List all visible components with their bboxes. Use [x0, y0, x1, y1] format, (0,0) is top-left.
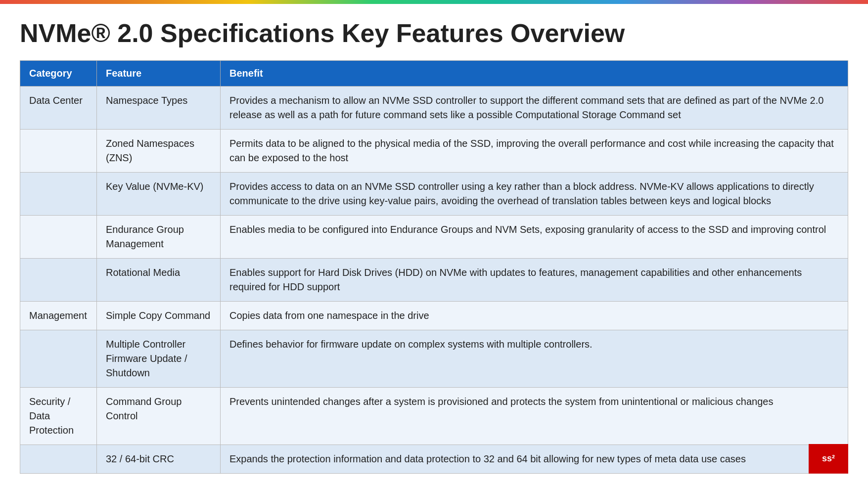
table-header-row: Category Feature Benefit	[20, 60, 848, 86]
table-row: 32 / 64-bit CRCExpands the protection in…	[20, 445, 848, 473]
rainbow-bar	[0, 0, 868, 4]
table-row: Endurance Group ManagementEnables media …	[20, 215, 848, 258]
cell-benefit: Provides a mechanism to allow an NVMe SS…	[221, 86, 848, 129]
cell-feature: Multiple Controller Firmware Update / Sh…	[97, 330, 221, 387]
cell-benefit: Prevents unintended changes after a syst…	[221, 387, 848, 445]
cell-category	[20, 215, 97, 258]
cell-feature: Rotational Media	[97, 258, 221, 301]
cell-category	[20, 330, 97, 387]
cell-feature: Endurance Group Management	[97, 215, 221, 258]
cell-feature: Simple Copy Command	[97, 301, 221, 330]
table-wrapper: Category Feature Benefit Data CenterName…	[20, 60, 848, 474]
cell-benefit: Copies data from one namespace in the dr…	[221, 301, 848, 330]
cell-feature: Command Group Control	[97, 387, 221, 445]
table-row: ManagementSimple Copy CommandCopies data…	[20, 301, 848, 330]
main-table: Category Feature Benefit Data CenterName…	[20, 60, 848, 474]
table-row: Key Value (NVMe-KV)Provides access to da…	[20, 172, 848, 215]
table-row: Data CenterNamespace TypesProvides a mec…	[20, 86, 848, 129]
cell-category	[20, 445, 97, 473]
cell-category	[20, 129, 97, 172]
cell-category	[20, 172, 97, 215]
table-row: Rotational MediaEnables support for Hard…	[20, 258, 848, 301]
cell-benefit: Provides access to data on an NVMe SSD c…	[221, 172, 848, 215]
logo-badge: ss²	[809, 444, 848, 474]
cell-benefit: Defines behavior for firmware update on …	[221, 330, 848, 387]
cell-feature: Key Value (NVMe-KV)	[97, 172, 221, 215]
cell-feature: 32 / 64-bit CRC	[97, 445, 221, 473]
cell-category	[20, 258, 97, 301]
cell-feature: Zoned Namespaces (ZNS)	[97, 129, 221, 172]
header-category: Category	[20, 60, 97, 86]
cell-benefit: Enables media to be configured into Endu…	[221, 215, 848, 258]
cell-category: Data Center	[20, 86, 97, 129]
table-row: Multiple Controller Firmware Update / Sh…	[20, 330, 848, 387]
cell-feature: Namespace Types	[97, 86, 221, 129]
cell-category: Security / Data Protection	[20, 387, 97, 445]
cell-benefit: Enables support for Hard Disk Drives (HD…	[221, 258, 848, 301]
cell-benefit: Permits data to be aligned to the physic…	[221, 129, 848, 172]
cell-benefit: Expands the protection information and d…	[221, 445, 848, 473]
table-row: Zoned Namespaces (ZNS)Permits data to be…	[20, 129, 848, 172]
table-row: Security / Data ProtectionCommand Group …	[20, 387, 848, 445]
cell-category: Management	[20, 301, 97, 330]
page-title: NVMe® 2.0 Specifications Key Features Ov…	[20, 19, 848, 48]
header-benefit: Benefit	[221, 60, 848, 86]
header-feature: Feature	[97, 60, 221, 86]
